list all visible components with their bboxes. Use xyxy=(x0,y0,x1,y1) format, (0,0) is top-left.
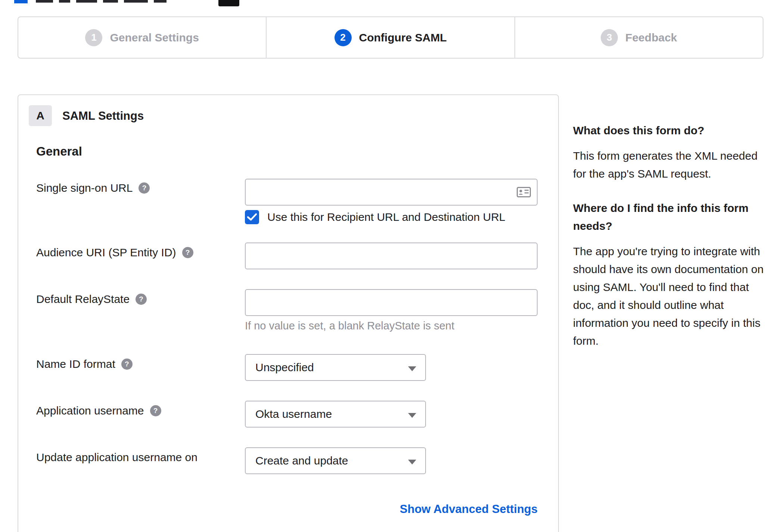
update-application-username-select[interactable]: Create and update xyxy=(245,447,426,474)
help-icon[interactable]: ? xyxy=(150,405,161,416)
application-username-select[interactable]: Okta username xyxy=(245,401,426,428)
help-icon[interactable]: ? xyxy=(182,247,193,258)
checkbox-label: Use this for Recipient URL and Destinati… xyxy=(267,211,505,223)
field-label-text: Name ID format xyxy=(36,358,115,370)
recipient-url-checkbox-row: Use this for Recipient URL and Destinati… xyxy=(245,210,505,224)
step-configure-saml[interactable]: 2 Configure SAML xyxy=(266,17,514,58)
clipped-title-fragment xyxy=(76,0,97,3)
step-general-settings[interactable]: 1 General Settings xyxy=(18,17,266,58)
clipped-title-fragment xyxy=(36,0,53,3)
audience-uri-input[interactable] xyxy=(245,242,538,269)
field-label-text: Default RelayState xyxy=(36,293,130,306)
help-icon[interactable]: ? xyxy=(121,359,133,370)
saml-settings-card: A SAML Settings General Single sign-on U… xyxy=(18,94,559,532)
step-number-badge: 2 xyxy=(335,29,352,46)
help-sidebar: What does this form do? This form genera… xyxy=(573,122,764,366)
show-advanced-settings-link[interactable]: Show Advanced Settings xyxy=(245,503,538,516)
section-badge: A xyxy=(29,105,52,126)
section-title: SAML Settings xyxy=(62,109,144,123)
sidebar-body: The app you're trying to integrate with … xyxy=(573,242,764,350)
default-relaystate-input[interactable] xyxy=(245,289,538,316)
field-label-text: Audience URI (SP Entity ID) xyxy=(36,246,176,259)
wizard-stepper: 1 General Settings 2 Configure SAML 3 Fe… xyxy=(18,16,763,59)
select-value: Okta username xyxy=(255,408,332,420)
single-sign-on-url-input-wrap xyxy=(245,179,538,206)
sidebar-heading: Where do I find the info this form needs… xyxy=(573,199,764,235)
clipped-title-fragment xyxy=(103,0,118,3)
select-value: Create and update xyxy=(255,454,348,467)
clipped-title-fragment xyxy=(154,0,167,3)
help-icon[interactable]: ? xyxy=(136,294,147,305)
clipped-app-logo-fragment xyxy=(218,0,239,6)
step-label: Feedback xyxy=(625,31,677,44)
chevron-down-icon xyxy=(408,413,416,418)
select-value: Unspecified xyxy=(255,361,314,374)
step-label: General Settings xyxy=(110,31,199,44)
clipped-title-fragment xyxy=(59,0,70,3)
contact-card-icon[interactable] xyxy=(517,187,531,197)
step-feedback[interactable]: 3 Feedback xyxy=(514,17,763,58)
single-sign-on-url-label: Single sign-on URL ? xyxy=(36,182,150,194)
field-label-text: Single sign-on URL xyxy=(36,182,133,194)
application-username-label: Application username ? xyxy=(36,404,161,417)
group-title: General xyxy=(36,144,82,159)
chevron-down-icon xyxy=(408,460,416,464)
relaystate-hint: If no value is set, a blank RelayState i… xyxy=(245,320,454,332)
step-number-badge: 1 xyxy=(85,29,102,46)
sidebar-heading: What does this form do? xyxy=(573,122,764,140)
audience-uri-label: Audience URI (SP Entity ID) ? xyxy=(36,246,193,259)
single-sign-on-url-input[interactable] xyxy=(245,179,538,206)
clipped-title-fragment xyxy=(124,0,148,3)
step-number-badge: 3 xyxy=(601,29,618,46)
chevron-down-icon xyxy=(408,366,416,371)
field-label-text: Application username xyxy=(36,404,144,417)
field-label-text: Update application username on xyxy=(36,451,197,464)
help-icon[interactable]: ? xyxy=(139,182,150,194)
step-label: Configure SAML xyxy=(359,31,447,44)
check-icon xyxy=(247,213,257,221)
clipped-title-fragment xyxy=(14,0,28,3)
name-id-format-select[interactable]: Unspecified xyxy=(245,354,426,381)
update-application-username-label: Update application username on xyxy=(36,451,197,464)
recipient-url-checkbox[interactable] xyxy=(245,210,259,224)
name-id-format-label: Name ID format ? xyxy=(36,358,133,370)
page: 1 General Settings 2 Configure SAML 3 Fe… xyxy=(0,0,781,532)
sidebar-body: This form generates the XML needed for t… xyxy=(573,147,764,183)
default-relaystate-label: Default RelayState ? xyxy=(36,293,147,306)
